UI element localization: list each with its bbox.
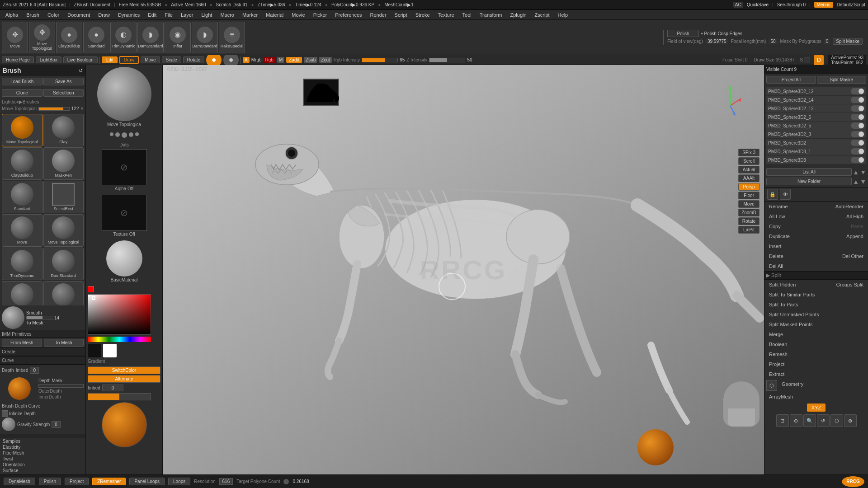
duplicate-btn[interactable]: Duplicate (766, 232, 793, 240)
folder-arrow-up[interactable]: ▲ (853, 178, 859, 185)
load-brush-btn[interactable]: Load Brush (2, 78, 42, 85)
boolean-btn[interactable]: Boolean (766, 340, 866, 348)
black-swatch[interactable] (88, 344, 101, 357)
tool-trim[interactable]: ◐ TrimDynamic (110, 22, 137, 53)
zsub-btn[interactable]: Zsub (304, 57, 317, 63)
fov-value[interactable]: 39.59775 (706, 38, 728, 44)
brush-size-slider[interactable] (38, 107, 70, 111)
merge-btn[interactable]: Merge (766, 330, 866, 338)
menu-help[interactable]: Help (554, 11, 572, 19)
vis-toggle-base[interactable] (851, 140, 864, 146)
move-btn[interactable]: Move (141, 56, 160, 63)
menu-dynamics[interactable]: Dynamics (114, 11, 143, 19)
vis-toggle-13[interactable] (851, 105, 864, 112)
geometry-btn[interactable]: Geometry (779, 380, 806, 391)
quicksave-btn[interactable]: QuickSave (747, 2, 769, 7)
menu-layer[interactable]: Layer (177, 11, 197, 19)
subtool-pm3d3-1[interactable]: PM3D_Sphere3D3_1 (766, 147, 866, 155)
project-bottom-btn[interactable]: Project (65, 478, 89, 485)
mask-value[interactable]: 0 (824, 38, 830, 44)
split-parts-btn[interactable]: Split To Parts (766, 300, 866, 309)
all-low-btn[interactable]: All Low (766, 212, 788, 221)
vis-toggle-6[interactable] (851, 114, 864, 120)
persp-btn[interactable]: Persp (738, 183, 760, 191)
see-through[interactable]: See-through 0 (777, 2, 806, 7)
delete-btn[interactable]: Delete (766, 252, 786, 260)
polish-btn[interactable]: Polish (39, 478, 61, 485)
vis-toggle-3[interactable] (851, 131, 864, 137)
menu-movie[interactable]: Movie (288, 11, 308, 19)
brush-item-clay[interactable]: Clay (43, 114, 84, 146)
brush-item-dam[interactable]: DamStandard (43, 248, 84, 280)
append-btn[interactable]: Append (844, 232, 866, 240)
brush-size-reset[interactable]: R (81, 107, 84, 111)
menu-transform[interactable]: Transform (476, 11, 506, 19)
menu-document[interactable]: Document (64, 11, 94, 19)
tool-inflat[interactable]: ◉ Inflat (165, 22, 191, 53)
from-mesh-btn[interactable]: From Mesh (2, 339, 42, 347)
lightbox-btn[interactable]: LightBox (36, 56, 61, 63)
brush-item-trim[interactable]: TrimDynamic (2, 248, 42, 280)
scroll-btn[interactable]: Scroll (738, 157, 760, 165)
split-hidden-btn[interactable]: Split Hidden (766, 281, 798, 289)
color-gradient-box[interactable] (88, 294, 151, 335)
panel-loops-btn[interactable]: Panel Loops (129, 478, 165, 485)
rename-btn[interactable]: Rename (766, 202, 791, 211)
new-folder-btn[interactable]: New Folder (766, 178, 852, 185)
menu-texture[interactable]: Texture (434, 11, 458, 19)
move-nav-btn[interactable]: Move (738, 200, 760, 208)
fg-color-swatch[interactable] (88, 286, 94, 292)
zadd-btn[interactable]: Zadd (286, 57, 302, 63)
tool-standard[interactable]: ● Standard (83, 22, 109, 53)
groups-split-btn[interactable]: Groups Split (833, 281, 866, 289)
spix-btn[interactable]: SPix 3 (738, 149, 760, 156)
brush-item-movetopo2[interactable]: Move Topological (43, 214, 84, 247)
geometry-icon[interactable]: ⬡ (766, 380, 777, 391)
viewport[interactable]: 0.582·-3.215·-2.567 SPix 3 Scroll Actual… (163, 65, 764, 474)
del-all-btn[interactable]: Del All (766, 262, 866, 270)
tool-move-topo[interactable]: ✥ Move Topological (29, 22, 55, 53)
menu-file[interactable]: File (161, 11, 176, 19)
resolution-val[interactable]: 616 (219, 478, 233, 485)
menu-light[interactable]: Light (198, 11, 216, 19)
surface-item[interactable]: Surface (2, 468, 84, 474)
brush-item-move-topo[interactable]: Move Topological (2, 114, 42, 146)
brush-item-dam2[interactable]: DamStandard2 (43, 281, 84, 305)
dyna-mesh-btn[interactable]: DynaMesh (4, 478, 35, 485)
linpit-btn[interactable]: LinPit (738, 226, 760, 234)
polish-dropdown[interactable]: Polish (677, 31, 689, 36)
rotate-icon[interactable]: ↺ (817, 414, 830, 427)
hue-slider[interactable] (88, 337, 151, 342)
linpit-icon[interactable]: ⬡ (830, 414, 843, 427)
orientation-item[interactable]: Orientation (2, 462, 84, 468)
tool-dam2[interactable]: ◗ DamStandard (192, 22, 218, 53)
vis-toggle-5[interactable] (851, 122, 864, 129)
imbed-val2[interactable]: 0 (102, 385, 124, 391)
xyz-btn[interactable]: XYZ (807, 404, 826, 412)
home-page-btn[interactable]: Home Page (2, 56, 34, 63)
subtool-pm3d-12[interactable]: PM3D_Sphere3D2_12 (766, 87, 866, 95)
draw-btn[interactable]: Draw (119, 56, 139, 64)
split-masked-top-btn[interactable]: Split Maske (817, 76, 867, 84)
edit-btn[interactable]: Edit (102, 56, 118, 63)
floor-btn[interactable]: Floor (738, 192, 760, 199)
rotate-nav-btn[interactable]: Rotate (738, 217, 760, 225)
menu-zscript[interactable]: Zscript (531, 11, 553, 19)
smooth-slider[interactable] (26, 316, 53, 319)
z-remesher-btn[interactable]: ZRemesher (92, 478, 126, 485)
select-icon-btn[interactable]: SelectIcon (43, 89, 84, 97)
mrgb-label[interactable]: Mrgb (251, 57, 262, 62)
lightbox-link[interactable]: Lightbox▶Brushes (0, 99, 85, 105)
vis-toggle-3-1[interactable] (851, 148, 864, 155)
imbed-slider[interactable] (88, 393, 151, 400)
menu-edit[interactable]: Edit (144, 11, 160, 19)
auto-reorder-btn[interactable]: AutoReorder (833, 202, 866, 211)
copy-btn[interactable]: Copy (766, 222, 783, 230)
samples-item[interactable]: Samples (2, 438, 84, 444)
brush-item-standard[interactable]: Standard (2, 181, 42, 213)
zoomd-btn[interactable]: ZoomD (738, 209, 760, 216)
to-mesh-btn[interactable]: To Mesh (44, 339, 84, 347)
twist-item[interactable]: Twist (2, 456, 84, 462)
split-masked-btn[interactable]: Split Maske (833, 38, 863, 45)
menus-btn[interactable]: Menus (814, 2, 833, 8)
